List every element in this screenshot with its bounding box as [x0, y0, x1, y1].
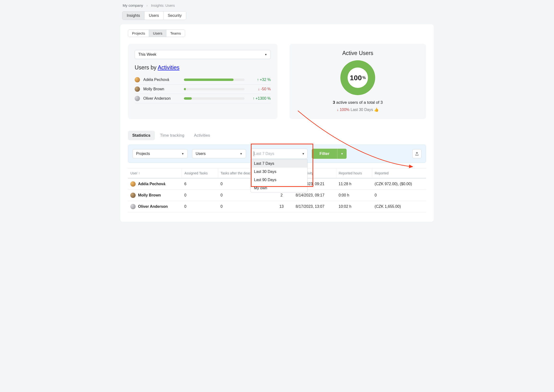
cell-user: Oliver Anderson [128, 201, 182, 212]
users-by-title: Users by Activities [135, 64, 271, 71]
arrow-up-icon: ↑ [257, 77, 259, 82]
donut-center-value: 100% [340, 60, 375, 95]
date-option-last-90[interactable]: Last 90 Days [251, 176, 307, 184]
activity-bar [184, 78, 245, 81]
delta-value: ↓-50 % [248, 87, 271, 91]
projects-select[interactable]: Projects ▼ [132, 149, 188, 158]
cell-reported: (CZK 972.00), ($0.00) [372, 178, 426, 190]
avatar [130, 193, 136, 198]
export-button[interactable] [412, 149, 422, 158]
users-by-link[interactable]: Activities [158, 64, 180, 71]
time-range-value: This Week [138, 52, 156, 57]
activity-bar [184, 88, 245, 90]
table-row: Oliver Anderson00138/17/2023, 13:0710:02… [128, 201, 426, 212]
delta-value: ↑+1300 % [248, 96, 271, 101]
thumbs-up-icon: 👍 [374, 108, 379, 112]
breadcrumb-current: Insights: Users [151, 3, 175, 7]
active-users-title: Active Users [296, 50, 419, 56]
stats-tab-time-tracking[interactable]: Time tracking [156, 131, 189, 140]
arrow-down-icon: ↓ [258, 87, 260, 91]
users-by-prefix: Users by [135, 64, 158, 71]
date-option-last-30[interactable]: Last 30 Days [251, 168, 307, 176]
arrow-down-icon: ↓ [337, 108, 339, 112]
breadcrumb: My company › Insights: Users [120, 2, 434, 8]
cell-assigned: 6 [182, 178, 218, 190]
user-row: Molly Brown↓-50 % [135, 84, 271, 94]
user-row: Adéla Pechová↑+32 % [135, 75, 271, 84]
date-option-my-own[interactable]: My own [251, 184, 307, 192]
export-icon [415, 152, 419, 156]
date-range-input[interactable] [250, 149, 307, 159]
cell-user: Molly Brown [128, 190, 182, 201]
user-name: Molly Brown [143, 87, 180, 91]
avatar [135, 96, 140, 101]
cell-reported-hours: 11:28 h [336, 178, 372, 190]
stats-tabs: Statistics Time tracking Activities [128, 131, 426, 140]
users-select-value: Users [196, 152, 206, 156]
arrow-up-icon: ↑ [253, 96, 254, 101]
sub-tab-teams[interactable]: Teams [166, 30, 185, 37]
donut-chart: 100% [340, 60, 375, 95]
date-range-dropdown: Last 7 Days Last 30 Days Last 90 Days My… [250, 159, 307, 192]
filter-bar: Projects ▼ Users ▼ ▼ Last 7 Days Last 30… [128, 145, 426, 163]
col-reported-hours[interactable]: Reported hours [336, 168, 372, 178]
tab-insights[interactable]: Insights [122, 12, 145, 20]
projects-select-value: Projects [136, 152, 150, 156]
chevron-down-icon: ▼ [240, 152, 242, 155]
cell-activities: 13 [270, 201, 293, 212]
chevron-down-icon: ▼ [181, 152, 184, 155]
cell-reported-hours: 10:02 h [336, 201, 372, 212]
active-users-panel: Active Users 100% 3 active users of a to… [290, 44, 426, 119]
date-range-select-wrap: ▼ Last 7 Days Last 30 Days Last 90 Days … [250, 149, 307, 159]
filter-button[interactable]: Filter ▼ [312, 149, 346, 159]
avatar [135, 77, 140, 82]
cell-deadline: 0 [218, 201, 270, 212]
tab-security[interactable]: Security [163, 12, 186, 20]
user-name: Adéla Pechová [143, 77, 180, 82]
users-by-activities-panel: This Week ▼ Users by Activities Adéla Pe… [128, 44, 277, 119]
avatar [135, 86, 140, 92]
col-assigned[interactable]: Assigned Tasks [182, 168, 218, 178]
panels-row: This Week ▼ Users by Activities Adéla Pe… [128, 44, 426, 119]
date-option-last-7[interactable]: Last 7 Days [251, 160, 307, 168]
time-range-select[interactable]: This Week ▼ [135, 50, 271, 59]
cell-reported: 0 [372, 190, 426, 201]
filter-button-caret[interactable]: ▼ [337, 149, 347, 159]
stats-tab-statistics[interactable]: Statistics [128, 131, 155, 140]
activity-bar [184, 97, 245, 100]
tab-users[interactable]: Users [145, 12, 163, 20]
avatar [130, 204, 136, 209]
sub-tab-users[interactable]: Users [149, 30, 166, 37]
active-users-sub: ↓ 100% Last 30 Days 👍 [296, 107, 419, 112]
sub-tab-row: Projects Users Teams [128, 29, 185, 37]
cell-assigned: 0 [182, 190, 218, 201]
filter-button-label: Filter [312, 149, 337, 159]
col-reported[interactable]: Reported [372, 168, 426, 178]
chevron-down-icon: ▼ [302, 152, 305, 155]
chevron-down-icon: ▼ [264, 53, 267, 56]
chevron-right-icon: › [146, 3, 148, 7]
users-select[interactable]: Users ▼ [192, 149, 246, 158]
avatar [130, 181, 136, 187]
main-tab-row: Insights Users Security [122, 11, 186, 20]
annotation-arrow [293, 110, 418, 174]
user-name: Oliver Anderson [143, 96, 180, 101]
user-row: Oliver Anderson↑+1300 % [135, 94, 271, 103]
cell-assigned: 0 [182, 201, 218, 212]
main-card: Projects Users Teams This Week ▼ Users b… [120, 24, 434, 222]
col-user[interactable]: User ↑ [128, 168, 182, 178]
sub-tab-projects[interactable]: Projects [128, 30, 149, 37]
breadcrumb-root[interactable]: My company [123, 3, 143, 7]
cell-last-activity: 8/17/2023, 13:07 [293, 201, 336, 212]
cell-user: Adéla Pechová [128, 178, 182, 190]
delta-value: ↑+32 % [248, 77, 271, 82]
cell-reported-hours: 0:00 h [336, 190, 372, 201]
stats-tab-activities[interactable]: Activities [190, 131, 214, 140]
active-users-summary: 3 active users of a total of 3 [296, 100, 419, 105]
cell-reported: (CZK 1,655.00) [372, 201, 426, 212]
